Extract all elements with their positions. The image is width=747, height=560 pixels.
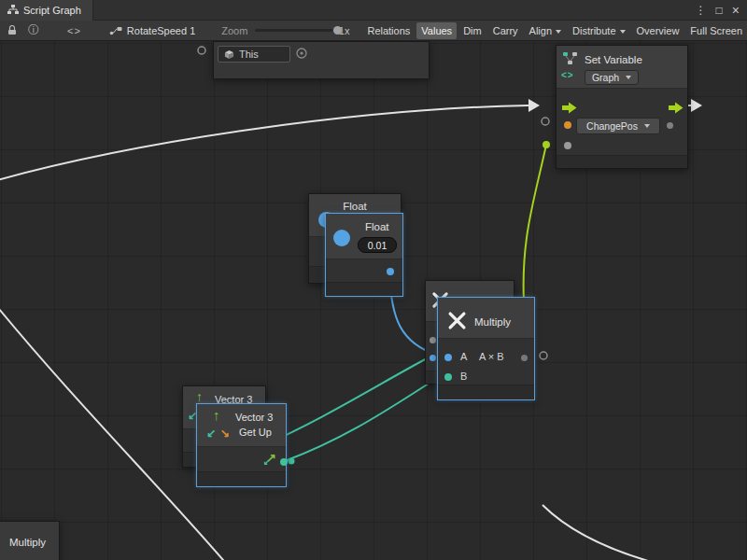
float-node[interactable]: Float 0.01 (325, 213, 403, 297)
value-in-port[interactable] (564, 142, 571, 149)
result-label: A × B (479, 351, 504, 362)
float-out-port[interactable] (387, 268, 394, 275)
graph-toolbar: ⓘ <> RotateSpeed 1 Zoom 1x Relations Val… (0, 21, 747, 41)
window-titlebar: Script Graph ⋮ □ × (0, 0, 747, 21)
multiply-title: Multiply (474, 316, 511, 328)
lock-icon[interactable] (7, 25, 17, 35)
this-label: This (239, 49, 259, 60)
flow-out-port[interactable] (669, 101, 684, 118)
relations-button[interactable]: Relations (362, 22, 415, 39)
chevron-down-icon (644, 124, 650, 128)
chevron-down-icon (626, 76, 631, 79)
set-variable-node[interactable]: <> Set Variable Graph ChangePos (556, 45, 688, 169)
scope-label: Graph (592, 72, 619, 83)
dim-button[interactable]: Dim (458, 22, 486, 39)
vector3-body: ↗ ↙ (197, 447, 286, 473)
multiply-icon (447, 311, 467, 334)
multiply-footer (438, 385, 534, 399)
chevron-down-icon (620, 30, 626, 34)
chevron-down-icon (556, 30, 561, 34)
carry-button[interactable]: Carry (488, 22, 523, 39)
multiply-header: Multiply (438, 298, 534, 339)
variable-scope-dropdown[interactable]: Graph (585, 70, 639, 85)
this-node[interactable]: This (213, 41, 430, 79)
vector3-out-port[interactable] (280, 458, 288, 466)
cube-icon (224, 49, 234, 60)
multiply-node[interactable]: Multiply A A × B B (437, 297, 535, 400)
up-arrow-icon: ↑ (213, 408, 220, 422)
graph-asset-icon (109, 26, 122, 35)
distribute-dropdown[interactable]: Distribute (568, 22, 629, 39)
down-left-arrow-icon: ↙ (206, 427, 216, 439)
back-port[interactable] (430, 337, 436, 343)
zoom-slider[interactable] (255, 29, 331, 32)
variable-name-dropdown[interactable]: ChangePos (576, 118, 660, 134)
values-button[interactable]: Values (416, 22, 457, 39)
float-title: Float (365, 221, 389, 232)
vector3-header: ↑ ↙ ↘ Vector 3 Get Up (197, 404, 286, 447)
set-variable-header: <> Set Variable Graph (557, 46, 687, 89)
input-a-port[interactable] (444, 354, 452, 361)
back-port[interactable] (430, 355, 436, 361)
float-header: Float 0.01 (326, 214, 402, 259)
float-value-input[interactable]: 0.01 (358, 237, 397, 253)
float-body (326, 259, 402, 283)
script-graph-icon (7, 5, 19, 15)
input-b-port[interactable] (444, 373, 452, 381)
this-object-field[interactable]: This (218, 46, 290, 63)
variable-name-label: ChangePos (586, 120, 638, 132)
full-screen-button[interactable]: Full Screen (685, 22, 747, 39)
input-b-label: B (460, 371, 467, 382)
window-controls: ⋮ □ × (696, 3, 747, 18)
down-right-arrow-icon: ↘ (220, 427, 230, 439)
up-arrow-icon: ↑ (196, 390, 203, 403)
vector3-get-up-node[interactable]: ↑ ↙ ↘ Vector 3 Get Up ↗ ↙ (196, 403, 287, 487)
info-icon[interactable]: ⓘ (28, 22, 39, 38)
target-picker-icon[interactable] (294, 46, 309, 64)
brackets-icon: <> (561, 70, 574, 80)
input-a-label: A (460, 351, 467, 362)
set-variable-body: ChangePos (557, 89, 687, 157)
set-variable-title: Set Variable (585, 54, 642, 65)
distribute-label: Distribute (572, 25, 615, 36)
maximize-icon[interactable]: □ (716, 4, 723, 17)
down-left-arrow-icon: ↙ (263, 458, 271, 467)
get-up-label: Get Up (239, 427, 272, 438)
align-dropdown[interactable]: Align (525, 22, 566, 39)
multiply-body: A A × B B (438, 339, 534, 386)
vector3-title: Vector 3 (235, 412, 273, 423)
align-label: Align (529, 25, 552, 36)
flow-in-port[interactable] (562, 101, 577, 118)
code-view-icon[interactable]: <> (67, 25, 81, 36)
graph-name[interactable]: RotateSpeed 1 (127, 25, 195, 36)
set-variable-footer (557, 155, 687, 168)
tab-label: Script Graph (23, 5, 81, 16)
variable-graph-icon (562, 51, 578, 69)
window-menu-icon[interactable]: ⋮ (696, 4, 707, 17)
multiply-corner-node[interactable]: Multiply (0, 521, 60, 560)
float-type-icon (333, 230, 350, 246)
tab-script-graph[interactable]: Script Graph (0, 0, 93, 21)
variable-name-port[interactable] (564, 121, 571, 129)
overview-button[interactable]: Overview (632, 22, 684, 39)
variable-out-port[interactable] (667, 122, 673, 129)
result-out-port[interactable] (521, 355, 528, 361)
close-icon[interactable]: × (732, 3, 740, 18)
float-footer (326, 282, 402, 296)
multiply-corner-title: Multiply (9, 537, 46, 548)
vector3-footer (197, 471, 286, 486)
zoom-label: Zoom (221, 25, 247, 36)
float-back-title: Float (309, 201, 401, 212)
